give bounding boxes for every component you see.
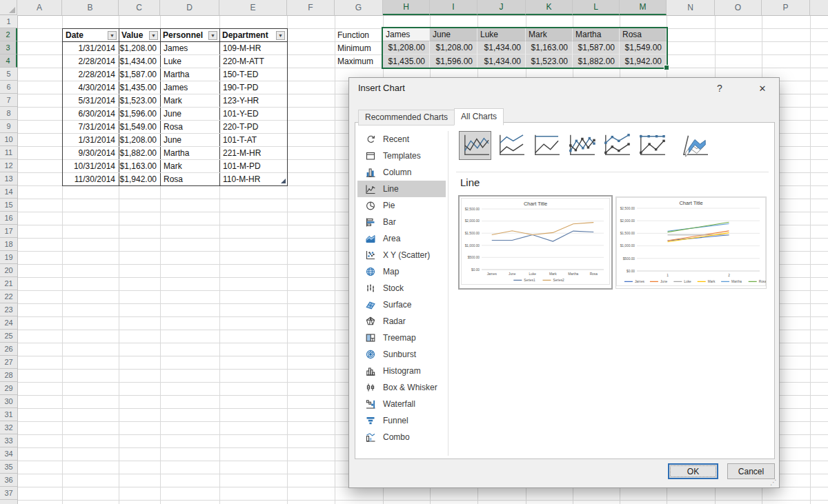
subtype-stacked-line-with-markers[interactable] [600, 131, 632, 160]
chart-type-area[interactable]: Area [357, 230, 446, 247]
cell-C13[interactable]: $1,942.00 [119, 173, 160, 186]
cell-B11[interactable]: 9/30/2014 [63, 147, 119, 160]
row-header-22[interactable]: 22 [0, 290, 17, 303]
column-header-H[interactable]: H [383, 0, 430, 15]
cell-C8[interactable]: $1,596.00 [119, 108, 160, 121]
cell-E12[interactable]: 101-M-PD [219, 160, 287, 173]
cell-E7[interactable]: 123-Y-HR [219, 94, 287, 108]
row-header-18[interactable]: 18 [0, 238, 17, 251]
cell-B3[interactable]: 1/31/2014 [63, 42, 119, 55]
row-header-2[interactable]: 2 [0, 28, 17, 41]
row-header-17[interactable]: 17 [0, 225, 17, 238]
row-header-19[interactable]: 19 [0, 251, 17, 264]
cell-B5[interactable]: 2/28/2014 [63, 68, 119, 81]
row-header-9[interactable]: 9 [0, 120, 17, 133]
cell-D12[interactable]: Mark [160, 160, 219, 173]
cell-J2[interactable]: Luke [477, 28, 526, 41]
row-header-10[interactable]: 10 [0, 133, 17, 146]
close-icon[interactable]: ✕ [751, 78, 773, 99]
cell-D11[interactable]: Martha [160, 147, 219, 160]
row-header-11[interactable]: 11 [0, 146, 17, 159]
filter-button-personnel[interactable]: ▼ [208, 31, 217, 40]
cell-I4[interactable]: $1,596.00 [430, 54, 477, 68]
row-header-28[interactable]: 28 [0, 369, 17, 382]
cell-K3[interactable]: $1,163.00 [526, 41, 573, 54]
cell-B6[interactable]: 4/30/2014 [63, 81, 119, 94]
table-resize-handle[interactable] [281, 179, 286, 183]
cell-J3[interactable]: $1,434.00 [477, 41, 526, 54]
chart-type-sunburst[interactable]: Sunburst [357, 346, 446, 363]
cell-E9[interactable]: 220-T-PD [219, 121, 287, 134]
row-header-32[interactable]: 32 [0, 421, 17, 434]
chart-type-histogram[interactable]: Histogram [357, 363, 446, 379]
cell-D7[interactable]: Mark [160, 94, 219, 108]
preview-line-chart-selected[interactable]: Chart Title$0.00$500.00$1,000.00$1,500.0… [458, 195, 613, 290]
select-all-corner[interactable] [0, 0, 17, 15]
row-header-8[interactable]: 8 [0, 107, 17, 120]
row-header-36[interactable]: 36 [0, 474, 17, 487]
subtype-100-percent-stacked-line[interactable] [529, 131, 562, 160]
row-header-33[interactable]: 33 [0, 434, 17, 447]
chart-type-recent[interactable]: Recent [357, 131, 446, 148]
filter-button-value[interactable]: ▼ [149, 31, 158, 40]
cell-E4[interactable]: 220-M-ATT [219, 55, 287, 68]
cell-B9[interactable]: 7/31/2014 [63, 121, 119, 134]
column-header-P[interactable]: P [762, 0, 810, 15]
cell-D3[interactable]: James [160, 42, 219, 55]
cell-C9[interactable]: $1,549.00 [119, 121, 160, 134]
chart-type-treemap[interactable]: Treemap [357, 330, 446, 346]
column-header-N[interactable]: N [667, 0, 715, 15]
cell-C7[interactable]: $1,523.00 [119, 94, 160, 108]
tab-all-charts[interactable]: All Charts [454, 108, 504, 125]
tab-recommended-charts[interactable]: Recommended Charts [358, 110, 455, 125]
column-header-O[interactable]: O [715, 0, 762, 15]
column-header-D[interactable]: D [160, 0, 219, 15]
resize-grip[interactable]: ⋰ [770, 478, 777, 486]
row-header-7[interactable]: 7 [0, 94, 17, 107]
cell-C10[interactable]: $1,208.00 [119, 134, 160, 147]
cell-J4[interactable]: $1,434.00 [477, 54, 526, 68]
row-header-23[interactable]: 23 [0, 303, 17, 316]
cell-C12[interactable]: $1,163.00 [119, 160, 160, 173]
cell-E5[interactable]: 150-T-ED [219, 68, 287, 81]
cell-D10[interactable]: June [160, 134, 219, 147]
cell-B13[interactable]: 11/30/2014 [63, 173, 119, 186]
row-header-24[interactable]: 24 [0, 316, 17, 330]
cell-B7[interactable]: 5/31/2014 [63, 94, 119, 108]
chart-type-scatter[interactable]: X Y (Scatter) [357, 247, 446, 263]
row-header-35[interactable]: 35 [0, 461, 17, 474]
cell-E6[interactable]: 190-T-PD [219, 81, 287, 94]
cell-G4[interactable]: Maximum [336, 54, 382, 68]
row-header-29[interactable]: 29 [0, 382, 17, 395]
cell-B12[interactable]: 10/31/2014 [63, 160, 119, 173]
subtype-line[interactable] [459, 131, 491, 160]
cell-E10[interactable]: 101-T-AT [219, 134, 287, 147]
column-header-C[interactable]: C [119, 0, 160, 15]
chart-type-column[interactable]: Column [357, 164, 446, 181]
cell-D8[interactable]: June [160, 108, 219, 121]
chart-type-combo[interactable]: Combo [357, 429, 446, 445]
chart-type-bar[interactable]: Bar [357, 214, 446, 230]
row-header-20[interactable]: 20 [0, 264, 17, 277]
column-header-L[interactable]: L [573, 0, 620, 15]
chart-type-waterfall[interactable]: Waterfall [357, 396, 446, 412]
cell-E8[interactable]: 101-Y-ED [219, 108, 287, 121]
row-header-5[interactable]: 5 [0, 68, 17, 81]
row-header-6[interactable]: 6 [0, 81, 17, 94]
column-header-E[interactable]: E [219, 0, 287, 15]
column-header-A[interactable]: A [17, 0, 62, 15]
subtype-3d-line[interactable] [678, 131, 711, 160]
column-header-K[interactable]: K [526, 0, 573, 15]
chart-type-box-whisker[interactable]: Box & Whisker [357, 379, 446, 396]
selection-fill-handle[interactable] [664, 65, 669, 70]
cell-G2[interactable]: Function [336, 28, 382, 41]
cell-B10[interactable]: 1/31/2014 [63, 134, 119, 147]
row-header-30[interactable]: 30 [0, 395, 17, 408]
column-header-G[interactable]: G [335, 0, 383, 15]
preview-line-chart-by-person[interactable]: Chart Title$0.00$500.00$1,000.00$1,500.0… [615, 196, 767, 289]
cell-D5[interactable]: Martha [160, 68, 219, 81]
row-header-37[interactable]: 37 [0, 487, 17, 500]
chart-type-radar[interactable]: Radar [357, 313, 446, 330]
cancel-button[interactable]: Cancel [727, 463, 775, 479]
subtype-stacked-line[interactable] [494, 131, 526, 160]
